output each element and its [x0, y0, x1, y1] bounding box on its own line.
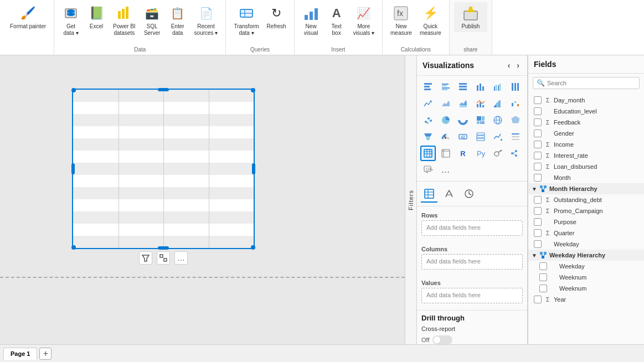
sql-server-button[interactable]: 🗃️ SQLServer: [140, 2, 164, 39]
resize-handle-left[interactable]: [71, 163, 75, 174]
field-checkbox-month[interactable]: [534, 174, 542, 182]
field-item-month[interactable]: Month: [528, 172, 644, 183]
viz-stacked-area[interactable]: [455, 96, 471, 111]
page-tab-1[interactable]: Page 1: [3, 348, 37, 360]
rows-drop-zone[interactable]: Add data fields here: [421, 220, 523, 236]
viz-nav-prev[interactable]: ‹: [506, 60, 513, 71]
field-checkbox-promo-campaign[interactable]: [534, 207, 542, 215]
field-checkbox-day-month[interactable]: [534, 96, 542, 104]
cross-report-toggle[interactable]: [432, 335, 452, 344]
viz-clustered-bar-chart[interactable]: [438, 79, 454, 95]
field-checkbox-year[interactable]: [534, 296, 542, 303]
viz-analytics-tab[interactable]: [460, 185, 478, 203]
viz-qa[interactable]: Q&A: [420, 162, 436, 178]
viz-waterfall[interactable]: [508, 96, 523, 111]
viz-kpi[interactable]: ▲: [490, 129, 506, 144]
columns-drop-zone[interactable]: Add data fields here: [421, 254, 523, 270]
field-item-promo-campaign[interactable]: Σ Promo_Campaign: [528, 205, 644, 216]
field-checkbox-gender[interactable]: [534, 130, 542, 137]
resize-handle-bl[interactable]: [71, 245, 76, 250]
field-item-weeknum2-child[interactable]: Weeknum: [528, 283, 644, 294]
viz-map[interactable]: [490, 112, 506, 128]
viz-nav-next[interactable]: ›: [514, 60, 522, 71]
viz-table-chart[interactable]: [420, 146, 436, 161]
more-options-button[interactable]: …: [174, 251, 188, 265]
field-item-income[interactable]: Σ Income: [528, 139, 644, 150]
field-item-quarter[interactable]: Σ Quarter: [528, 227, 644, 239]
viz-fields-tab[interactable]: [420, 185, 438, 203]
viz-stacked-bar-chart[interactable]: [420, 79, 436, 95]
field-checkbox-weeknum-child[interactable]: [539, 273, 547, 281]
viz-format-tab[interactable]: [440, 185, 458, 203]
field-item-weeknum-child[interactable]: Weeknum: [528, 272, 644, 283]
resize-handle-br[interactable]: [251, 245, 255, 250]
viz-clustered-col[interactable]: [490, 79, 506, 95]
fields-search-input[interactable]: [547, 80, 636, 86]
new-measure-button[interactable]: fx Newmeasure: [387, 2, 415, 39]
field-item-loan-disbursed[interactable]: Σ Loan_disbursed: [528, 161, 644, 172]
viz-multi-row-card[interactable]: [473, 129, 488, 144]
field-item-purpose[interactable]: Purpose: [528, 216, 644, 227]
focus-mode-button[interactable]: [157, 251, 170, 265]
field-item-day-month[interactable]: Σ Day_month: [528, 95, 644, 106]
field-checkbox-loan-disbursed[interactable]: [534, 163, 542, 170]
viz-r-script[interactable]: R: [455, 146, 471, 161]
field-checkbox-weeknum2-child[interactable]: [539, 285, 547, 292]
filter-visual-button[interactable]: [139, 251, 152, 265]
resize-handle-tl[interactable]: [71, 88, 76, 92]
field-checkbox-feedback[interactable]: [534, 118, 542, 126]
add-page-button[interactable]: +: [39, 348, 51, 360]
text-box-button[interactable]: A Textbox: [324, 2, 349, 39]
viz-gauge[interactable]: [438, 129, 454, 144]
viz-key-influencers[interactable]: [490, 146, 506, 161]
viz-donut-chart[interactable]: [455, 112, 471, 128]
format-painter-button[interactable]: 🖌️ Format painter: [7, 2, 49, 32]
more-visuals-button[interactable]: 📈 Morevisuals ▾: [350, 2, 378, 39]
resize-handle-tr[interactable]: [251, 88, 255, 92]
field-item-interest-rate[interactable]: Σ Interest_rate: [528, 150, 644, 161]
viz-100-stacked-bar[interactable]: [455, 79, 471, 95]
viz-filled-map[interactable]: [508, 112, 523, 128]
refresh-button[interactable]: ↻ Refresh: [264, 2, 290, 32]
viz-funnel[interactable]: [420, 129, 436, 144]
publish-button[interactable]: Publish: [454, 2, 487, 32]
power-bi-datasets-button[interactable]: Power BIdatasets: [110, 2, 139, 39]
field-checkbox-outstanding-debt[interactable]: [534, 196, 542, 204]
viz-line-chart[interactable]: [420, 96, 436, 111]
resize-handle-right[interactable]: [252, 163, 255, 174]
resize-handle-top[interactable]: [158, 88, 169, 91]
field-checkbox-income[interactable]: [534, 141, 542, 148]
excel-button[interactable]: 📗 Excel: [84, 2, 109, 32]
field-checkbox-quarter[interactable]: [534, 229, 542, 237]
recent-sources-button[interactable]: 📄 Recentsources ▾: [191, 2, 221, 39]
viz-area-chart[interactable]: [438, 96, 454, 111]
viz-decomp-tree[interactable]: [508, 146, 523, 161]
field-group-month-hierarchy[interactable]: ▼ Month Hierarchy: [528, 183, 644, 194]
field-item-weekday[interactable]: Weekday: [528, 239, 644, 250]
viz-matrix[interactable]: [438, 146, 454, 161]
field-item-year[interactable]: Σ Year: [528, 294, 644, 305]
new-visual-button[interactable]: Newvisual: [299, 2, 323, 39]
viz-slicer[interactable]: [508, 129, 523, 144]
viz-card[interactable]: 42: [455, 129, 471, 144]
field-item-feedback[interactable]: Σ Feedback: [528, 117, 644, 128]
viz-ribbon-chart[interactable]: [490, 96, 506, 111]
field-group-weekday-hierarchy[interactable]: ▼ Weekday Hierarchy: [528, 250, 644, 261]
field-checkbox-interest-rate[interactable]: [534, 152, 542, 159]
table-visual[interactable]: …: [72, 89, 255, 249]
fields-search-box[interactable]: 🔍: [533, 77, 640, 89]
field-checkbox-weekday-child[interactable]: [539, 262, 547, 270]
field-checkbox-purpose[interactable]: [534, 218, 542, 226]
enter-data-button[interactable]: 📋 Enterdata: [166, 2, 190, 39]
viz-scatter[interactable]: [420, 112, 436, 128]
field-item-weekday-child[interactable]: Weekday: [528, 261, 644, 272]
field-item-gender[interactable]: Gender: [528, 128, 644, 139]
filters-panel[interactable]: Filters: [405, 55, 417, 344]
viz-treemap[interactable]: [473, 112, 488, 128]
field-checkbox-education-level[interactable]: [534, 107, 542, 115]
field-item-outstanding-debt[interactable]: Σ Outstanding_debt: [528, 194, 644, 205]
field-item-education-level[interactable]: Education_level: [528, 106, 644, 117]
viz-pie-chart[interactable]: [438, 112, 454, 128]
resize-handle-bottom[interactable]: [158, 246, 169, 250]
viz-100-stacked-col[interactable]: [508, 79, 523, 95]
